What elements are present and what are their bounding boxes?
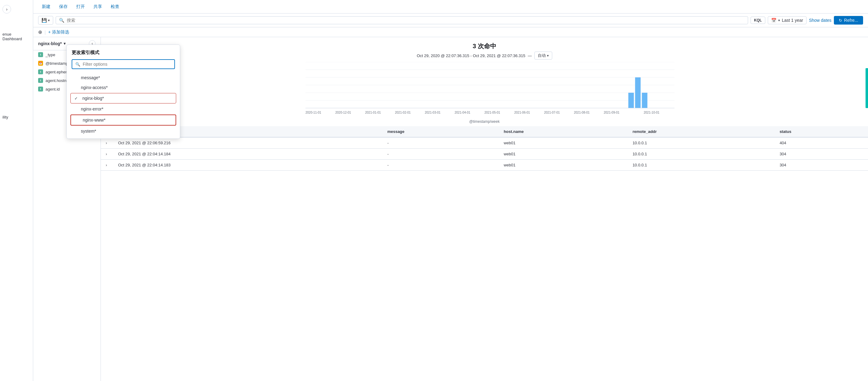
time-picker-chevron-icon: ▾ xyxy=(778,19,780,23)
dropdown-item-nginx-error[interactable]: nginx-error* xyxy=(67,104,180,114)
dropdown-item-nginx-access[interactable]: nginx-access* xyxy=(67,82,180,93)
col-message[interactable]: message xyxy=(382,126,499,137)
show-dates-button[interactable]: Show dates xyxy=(809,18,831,23)
cell-message: - xyxy=(382,160,499,171)
field-name: _type xyxy=(45,53,55,57)
chart-container: 3 2.5 2 1.5 1 0.5 0 xyxy=(101,62,868,126)
green-bar xyxy=(866,68,868,108)
chart-header: 3 次命中 Oct 29, 2020 @ 22:07:36.315 - Oct … xyxy=(101,37,868,62)
open-button[interactable]: 打开 xyxy=(75,4,86,9)
field-type-badge: t xyxy=(38,69,43,74)
dropdown-item-system[interactable]: system* xyxy=(67,126,180,136)
svg-text:2021-04-01: 2021-04-01 xyxy=(455,111,471,114)
kql-badge[interactable]: KQL xyxy=(750,16,765,24)
save-icon: 💾 xyxy=(41,18,47,23)
table-row: › Oct 29, 2021 @ 22:04:14.184 - web01 10… xyxy=(101,148,868,160)
new-button[interactable]: 新建 xyxy=(40,4,52,9)
time-range-label: Last 1 year xyxy=(782,18,803,23)
calendar-icon: 📅 xyxy=(771,18,776,23)
field-type-badge: t xyxy=(38,86,43,92)
expand-row-button[interactable]: › xyxy=(106,163,107,167)
cell-hostname: web01 xyxy=(499,160,627,171)
dropdown-item-label: message* xyxy=(81,75,100,80)
data-table: Time ▼ message host.name remote_addr sta… xyxy=(101,126,868,171)
histogram-chart: 2020-11-01 2020-12-01 2021-01-01 2021-02… xyxy=(122,62,858,117)
svg-text:2020-12-01: 2020-12-01 xyxy=(336,111,351,114)
left-panel-label: enue Dashboard xyxy=(2,32,30,41)
dropdown-item-message[interactable]: message* xyxy=(67,73,180,82)
filter-row: ⊕ | + 添加筛选 xyxy=(33,27,868,37)
field-type-badge: t xyxy=(38,52,43,57)
cell-status: 304 xyxy=(775,148,868,160)
cell-time: Oct 29, 2021 @ 22:04:14.184 xyxy=(113,148,382,160)
search-icon: 🔍 xyxy=(59,18,64,23)
field-type-badge: t xyxy=(38,78,43,83)
field-name: @timestamp xyxy=(45,61,68,66)
dropdown-item-nginx-www[interactable]: nginx-www* xyxy=(70,114,176,126)
interval-select[interactable]: 自动 ▾ xyxy=(534,51,552,60)
svg-rect-7 xyxy=(628,93,634,108)
cell-status: 304 xyxy=(775,160,868,171)
cell-remote-addr: 10.0.0.1 xyxy=(627,148,775,160)
dropdown-item-nginx-blog[interactable]: ✓ nginx-blog* xyxy=(70,93,176,103)
svg-text:2021-01-01: 2021-01-01 xyxy=(365,111,381,114)
cell-hostname: web01 xyxy=(499,148,627,160)
col-status[interactable]: status xyxy=(775,126,868,137)
left-panel-chevron[interactable]: › xyxy=(2,5,11,13)
time-picker[interactable]: 📅 ▾ Last 1 year xyxy=(768,16,806,24)
filter-options-button[interactable]: ⊕ xyxy=(38,29,42,35)
date-range: Oct 29, 2020 @ 22:07:36.315 - Oct 29, 20… xyxy=(416,51,552,60)
filter-divider: | xyxy=(44,30,46,35)
dropdown-filter-input[interactable] xyxy=(83,62,171,67)
dropdown-item-label: nginx-access* xyxy=(81,85,107,90)
svg-text:2021-07-01: 2021-07-01 xyxy=(544,111,560,114)
svg-text:2021-06-01: 2021-06-01 xyxy=(515,111,530,114)
dropdown-item-label: nginx-blog* xyxy=(83,96,104,101)
cell-status: 404 xyxy=(775,137,868,148)
svg-text:2020-11-01: 2020-11-01 xyxy=(306,111,321,114)
col-hostname[interactable]: host.name xyxy=(499,126,627,137)
save-button[interactable]: 保存 xyxy=(58,4,69,9)
dropdown-item-label: nginx-error* xyxy=(81,107,103,111)
index-pattern-dropdown: 更改索引模式 🔍 message* nginx-access* ✓ nginx-… xyxy=(66,44,180,139)
toolbar: 新建 保存 打开 共享 检查 xyxy=(33,0,868,13)
expand-row-button[interactable]: › xyxy=(106,152,107,156)
hits-count: 3 次命中 xyxy=(473,42,496,50)
refresh-icon: ↻ xyxy=(839,18,842,23)
save-chevron-icon: ▾ xyxy=(48,19,50,23)
index-pattern-selector[interactable]: nginx-blog* ▾ xyxy=(38,41,65,46)
add-filter-button[interactable]: + 添加筛选 xyxy=(48,30,69,35)
svg-text:2021-10-01: 2021-10-01 xyxy=(644,111,660,114)
inspect-button[interactable]: 检查 xyxy=(110,4,121,9)
refresh-button[interactable]: ↻ Refre... xyxy=(834,16,863,25)
svg-text:2021-05-01: 2021-05-01 xyxy=(485,111,501,114)
search-row: 💾 ▾ 🔍 KQL 📅 ▾ Last 1 year Show dates ↻ R… xyxy=(33,13,868,27)
cell-hostname: web01 xyxy=(499,137,627,148)
left-panel-availability: ility xyxy=(2,115,8,119)
cell-message: - xyxy=(382,148,499,160)
chart-table-area: 3 次命中 Oct 29, 2020 @ 22:07:36.315 - Oct … xyxy=(101,37,868,381)
dropdown-search-icon: 🔍 xyxy=(75,62,80,67)
svg-text:2021-08-01: 2021-08-01 xyxy=(574,111,590,114)
dropdown-search-wrapper: 🔍 xyxy=(72,59,175,69)
dropdown-title: 更改索引模式 xyxy=(67,50,180,59)
expand-row-button[interactable]: › xyxy=(106,141,107,145)
check-icon: ✓ xyxy=(74,96,79,101)
cell-remote-addr: 10.0.0.1 xyxy=(627,160,775,171)
svg-text:2021-03-01: 2021-03-01 xyxy=(425,111,441,114)
share-button[interactable]: 共享 xyxy=(92,4,103,9)
cell-time: Oct 29, 2021 @ 22:06:59.216 xyxy=(113,137,382,148)
cell-remote-addr: 10.0.0.1 xyxy=(627,137,775,148)
col-remote-addr[interactable]: remote_addr xyxy=(627,126,775,137)
svg-text:2021-09-01: 2021-09-01 xyxy=(604,111,620,114)
dropdown-item-label: system* xyxy=(81,129,96,134)
table-row: › Oct 29, 2021 @ 22:04:14.183 - web01 10… xyxy=(101,160,868,171)
search-input[interactable] xyxy=(67,18,745,23)
field-cal-badge: 📅 xyxy=(38,61,43,66)
svg-text:2021-02-01: 2021-02-01 xyxy=(395,111,411,114)
index-pattern-name: nginx-blog* xyxy=(38,41,62,46)
x-axis-label: @timestamp/week xyxy=(111,119,858,124)
save-query-button[interactable]: 💾 ▾ xyxy=(38,16,53,25)
svg-rect-8 xyxy=(635,77,641,108)
svg-rect-9 xyxy=(642,93,648,108)
